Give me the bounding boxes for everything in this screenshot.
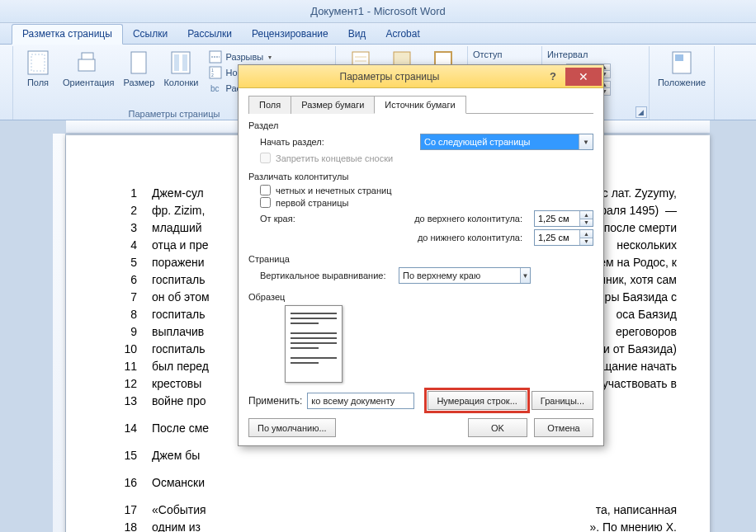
tab-view[interactable]: Вид xyxy=(338,25,376,44)
defaults-button[interactable]: По умолчанию... xyxy=(248,418,336,437)
to-header-label: до верхнего колонтитула: xyxy=(316,214,527,224)
ribbon-group-arrange: Положение xyxy=(650,46,715,120)
chevron-down-icon[interactable]: ▼ xyxy=(520,268,530,283)
svg-rect-6 xyxy=(174,54,179,71)
dialog-close-button[interactable]: ✕ xyxy=(565,68,602,86)
ribbon-tabs: Разметка страницы Ссылки Рассылки Реценз… xyxy=(0,23,756,45)
breaks-button[interactable]: Разрывы▾ xyxy=(206,49,328,64)
section-start-value[interactable] xyxy=(421,137,579,147)
size-icon xyxy=(125,49,152,76)
dialog-titlebar[interactable]: Параметры страницы ? ✕ xyxy=(239,65,603,88)
valign-label: Вертикальное выравнивание: xyxy=(260,271,392,280)
svg-rect-3 xyxy=(78,59,95,71)
apply-to-value[interactable] xyxy=(308,396,428,406)
to-footer-label: до нижнего колонтитула: xyxy=(316,233,527,242)
first-page-checkbox[interactable]: первой страницы xyxy=(260,197,593,208)
chevron-down-icon[interactable]: ▼ xyxy=(579,134,593,149)
tab-mailings[interactable]: Рассылки xyxy=(177,25,242,44)
columns-button[interactable]: Колонки xyxy=(160,48,201,96)
orientation-button[interactable]: Ориентация xyxy=(59,48,117,96)
margins-button[interactable]: Поля xyxy=(18,48,58,96)
size-button[interactable]: Размер xyxy=(119,48,158,96)
tab-page-layout[interactable]: Разметка страницы xyxy=(12,24,123,45)
footer-distance-input[interactable] xyxy=(535,230,579,245)
ruler-vertical[interactable] xyxy=(53,134,66,532)
app-title: Документ1 - Microsoft Word xyxy=(310,5,446,17)
preview-label: Образец xyxy=(248,292,593,302)
columns-icon xyxy=(168,49,194,76)
dialog-title-text: Параметры страницы xyxy=(239,71,541,82)
headers-section-label: Различать колонтитулы xyxy=(248,172,593,181)
section-start-combo[interactable]: ▼ xyxy=(420,134,593,150)
tab-references[interactable]: Ссылки xyxy=(123,25,177,44)
svg-rect-4 xyxy=(131,52,146,73)
odd-even-checkbox[interactable]: четных и нечетных страниц xyxy=(260,185,593,195)
tab-review[interactable]: Рецензирование xyxy=(242,25,338,44)
header-distance-spin[interactable]: ▲▼ xyxy=(534,210,593,227)
line-numbering-button[interactable]: Нумерация строк... xyxy=(428,391,526,410)
suppress-endnotes-checkbox: Запретить концевые сноски xyxy=(260,153,593,163)
document-line[interactable]: 17«Событията, написанная xyxy=(124,501,677,519)
spacing-label: Интервал xyxy=(547,48,644,63)
from-edge-label: От края: xyxy=(260,214,309,224)
document-line[interactable]: 18одним из». По мнению Х. xyxy=(124,519,677,532)
section-start-label: Начать раздел: xyxy=(260,137,359,147)
dialog-tab-paper[interactable]: Размер бумаги xyxy=(291,96,375,114)
header-distance-input[interactable] xyxy=(535,211,579,226)
footer-distance-spin[interactable]: ▲▼ xyxy=(534,229,593,246)
document-line[interactable]: 16Османски xyxy=(124,474,677,492)
valign-combo[interactable]: ▼ xyxy=(399,267,531,284)
titlebar: Документ1 - Microsoft Word xyxy=(0,0,756,23)
tab-acrobat[interactable]: Acrobat xyxy=(376,25,429,44)
cancel-button[interactable]: Отмена xyxy=(534,418,593,437)
svg-rect-20 xyxy=(675,54,683,61)
position-icon xyxy=(669,49,695,76)
svg-text:bc: bc xyxy=(210,84,220,93)
breaks-icon xyxy=(209,50,222,64)
position-button[interactable]: Положение xyxy=(654,48,709,89)
section-section-label: Раздел xyxy=(248,120,593,130)
line-numbers-icon: 12 xyxy=(209,66,222,79)
document-line[interactable]: 15Джем бы xyxy=(124,447,677,464)
svg-text:2: 2 xyxy=(211,73,214,78)
svg-rect-7 xyxy=(182,54,187,71)
dialog-tab-fields[interactable]: Поля xyxy=(248,96,291,114)
page-section-label: Страница xyxy=(248,254,593,264)
ok-button[interactable]: OK xyxy=(468,418,527,437)
page-setup-dialog: Параметры страницы ? ✕ Поля Размер бумаг… xyxy=(238,64,604,446)
indent-label: Отступ xyxy=(473,48,536,63)
preview-thumbnail xyxy=(285,305,343,383)
hyphenation-icon: bc xyxy=(209,82,222,95)
dialog-tab-paper-source[interactable]: Источник бумаги xyxy=(374,96,465,114)
dialog-help-button[interactable]: ? xyxy=(541,68,565,86)
orientation-icon xyxy=(75,49,102,76)
borders-button[interactable]: Границы... xyxy=(532,391,593,410)
valign-value[interactable] xyxy=(399,271,520,280)
paragraph-launcher[interactable]: ◢ xyxy=(636,106,647,118)
dialog-tabs: Поля Размер бумаги Источник бумаги xyxy=(248,95,593,114)
margins-icon xyxy=(25,49,51,76)
apply-label: Применить: xyxy=(248,395,302,407)
apply-to-combo[interactable]: ▼ xyxy=(307,393,414,409)
